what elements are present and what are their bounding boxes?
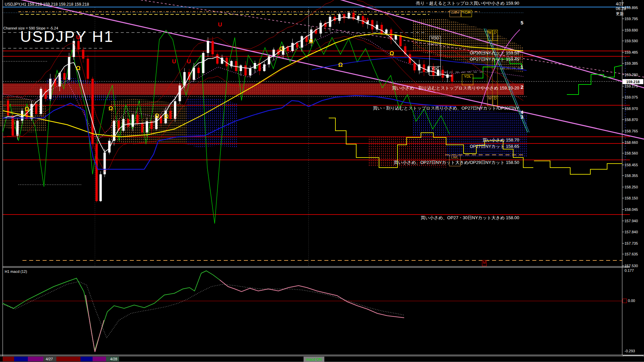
marker-lwl: LWL xyxy=(449,155,461,166)
wave-number-2: 2 xyxy=(521,84,523,89)
wave-number-3: 3 xyxy=(521,114,523,119)
candle-bear xyxy=(414,63,416,70)
candle-bear xyxy=(169,111,172,119)
note-sell-stop-15990: 売り・超えるとストップロス買いやや小さめ 159.90 xyxy=(416,1,519,5)
red-arrow-symbol: U xyxy=(187,58,191,65)
price-axis-label: 157.635 xyxy=(625,252,638,256)
macd-signal-dotted xyxy=(3,282,404,338)
candle-bear xyxy=(45,89,47,99)
candle-bear xyxy=(216,54,219,64)
cloud-region xyxy=(186,97,238,147)
candle-bear xyxy=(296,43,299,48)
note-buy-stop-op27-op30: 買い・割り込むとストップロス売り小さめ、OP27日NYカット/OP30日NY xyxy=(373,106,519,110)
price-axis-label: 159.280 xyxy=(625,73,638,77)
macd-line-pink xyxy=(220,280,404,318)
candle-bull xyxy=(179,85,181,101)
yellow-arrow-symbol: Ω xyxy=(338,62,343,68)
price-axis-label: 158.870 xyxy=(625,118,638,122)
note-op27-15865: OP27日NYカット 158.65 xyxy=(470,144,519,148)
candle-bear xyxy=(362,16,364,24)
price-axis-label: 157.840 xyxy=(625,230,638,234)
price-axis-label: 158.455 xyxy=(625,163,638,167)
candle-bull xyxy=(68,57,70,80)
chart-canvas[interactable] xyxy=(0,0,644,362)
red-arrow-symbol: U xyxy=(172,58,176,65)
candle-bull xyxy=(357,16,360,19)
candle-bear xyxy=(245,65,247,75)
trend-line xyxy=(0,0,644,139)
candle-bear xyxy=(137,115,139,123)
price-axis-label: 159.795 xyxy=(625,17,638,21)
marker-lwh: LWH xyxy=(449,10,461,17)
timeline-block xyxy=(80,357,93,361)
macd-line-pink xyxy=(86,295,104,352)
macd-zero-marker xyxy=(623,299,627,303)
trading-terminal-window: USDJPY,H1 159.218 159.218 159.218 159.21… xyxy=(0,0,644,362)
price-axis-label: 157.530 xyxy=(625,264,638,268)
candle-bull xyxy=(338,14,341,21)
marker-ydl: YDL xyxy=(462,74,473,85)
price-axis-label: 159.485 xyxy=(625,50,638,54)
candle-bear xyxy=(198,68,200,73)
yellow-arrow-symbol: Ω xyxy=(108,105,113,112)
price-axis-label: 158.250 xyxy=(625,185,638,189)
price-axis-label: 158.560 xyxy=(625,151,638,155)
timeline-block xyxy=(14,357,28,361)
note-op30-15950: OP30日NYカット 159.50 xyxy=(470,51,519,55)
price-axis-label: 158.660 xyxy=(625,140,638,144)
candle-bear xyxy=(235,61,237,71)
candle-bull xyxy=(202,53,205,73)
candle-bull xyxy=(240,65,242,71)
candle-bull xyxy=(263,64,266,71)
candle-bull xyxy=(249,69,252,75)
price-axis-label: 158.355 xyxy=(625,174,638,178)
marker-w-mid: W xyxy=(487,96,492,106)
macd-pane-lines xyxy=(3,271,404,352)
marker-ydc: YDC xyxy=(429,66,441,76)
candle-bear xyxy=(442,70,444,78)
candle-bull xyxy=(21,111,23,121)
price-axis-label: 157.940 xyxy=(625,219,638,223)
candle-bull xyxy=(385,29,388,34)
candle-bear xyxy=(399,35,402,46)
candle-bull xyxy=(132,115,134,127)
price-axis-label: 158.765 xyxy=(625,129,638,133)
timeline-date: 4/28 xyxy=(110,357,117,361)
note-op27-15945: OP27日NYカット 159.45 xyxy=(470,57,519,61)
marker-m: M xyxy=(482,260,487,266)
price-axis-label: 159.385 xyxy=(625,61,638,65)
candle-bear xyxy=(7,101,9,116)
timeline-block xyxy=(3,357,14,361)
price-axis-label: 159.175 xyxy=(625,84,638,88)
current-price-marker: 159.218 xyxy=(623,79,643,84)
macd-indicator-label: H1 macd (12) xyxy=(5,269,27,274)
macd-axis-zero: 0.00 xyxy=(628,299,635,303)
candle-bull xyxy=(174,101,176,119)
cloud-border-yellow xyxy=(534,161,622,174)
price-axis-label: 158.045 xyxy=(625,207,638,212)
marker-ydo: YDO xyxy=(429,36,441,44)
symbol-watermark: USDJPY H1 xyxy=(20,27,114,46)
yellow-arrow-symbol: Ω xyxy=(309,38,313,45)
macd-axis-top: 0.177 xyxy=(625,268,634,273)
macd-toggle-button[interactable]: macd ON xyxy=(304,357,324,362)
macd-line-green xyxy=(3,271,220,351)
note-buy-15870: 買い小さめ 158.70 xyxy=(483,138,519,142)
price-axis-label: 159.075 xyxy=(625,95,638,99)
candle-bear xyxy=(63,73,66,80)
red-arrow-symbol: U xyxy=(218,21,222,28)
chart-title: USDJPY,H1 159.218 159.218 159.218 159.21… xyxy=(5,2,89,7)
candle-bull xyxy=(418,64,421,70)
note-band-1591020: 買い小さめ・割り込むとストップロス売りやや小さめ 159.10-20 xyxy=(392,86,519,90)
candle-bear xyxy=(35,104,38,114)
price-axis-label: 159.690 xyxy=(625,28,638,32)
price-axis-label: 159.590 xyxy=(625,39,638,43)
trend-lines xyxy=(0,0,644,139)
macd-axis-bottom: -0.293 xyxy=(625,349,635,353)
price-axis-label: 158.970 xyxy=(625,107,638,111)
candle-bull xyxy=(395,35,397,40)
yellow-arrow-symbol: Ω xyxy=(389,50,394,57)
candle-bear xyxy=(82,50,85,59)
candle-bull xyxy=(40,89,42,114)
red-arrow-symbol: U xyxy=(364,17,368,23)
